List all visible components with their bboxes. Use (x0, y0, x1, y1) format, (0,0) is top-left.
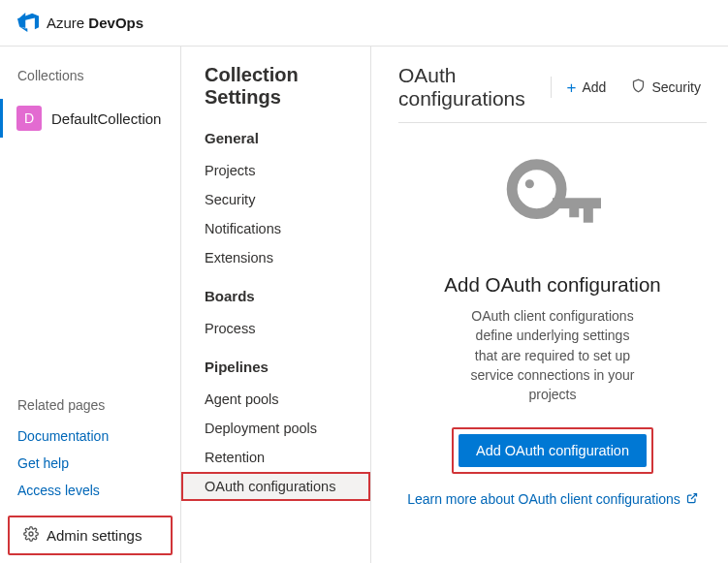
nav-process[interactable]: Process (181, 314, 370, 343)
collections-heading: Collections (0, 68, 180, 83)
nav-retention[interactable]: Retention (181, 443, 370, 472)
nav-notifications[interactable]: Notifications (181, 214, 370, 243)
key-icon (499, 152, 606, 252)
section-pipelines: Pipelines (181, 359, 370, 375)
link-get-help[interactable]: Get help (0, 450, 180, 477)
collection-badge: D (16, 106, 42, 131)
empty-state-title: Add OAuth configuration (398, 273, 707, 297)
plus-icon: + (567, 79, 577, 96)
nav-deployment-pools[interactable]: Deployment pools (181, 414, 370, 443)
azure-devops-logo-icon (17, 11, 39, 35)
admin-settings-button[interactable]: Admin settings (8, 516, 173, 555)
security-label: Security (651, 79, 701, 95)
collection-name: DefaultCollection (51, 110, 161, 127)
nav-oauth-configurations[interactable]: OAuth configurations (181, 472, 370, 501)
empty-state-description: OAuth client configurations define under… (465, 306, 640, 404)
settings-nav: Collection Settings General Projects Sec… (181, 47, 371, 563)
divider (551, 77, 552, 98)
section-general: General (181, 130, 370, 146)
shield-icon (631, 78, 646, 96)
collections-sidebar: Collections D DefaultCollection Related … (0, 47, 181, 563)
brand-b: DevOps (88, 15, 143, 31)
top-header: Azure DevOps (0, 0, 728, 47)
nav-projects[interactable]: Projects (181, 156, 370, 185)
admin-settings-label: Admin settings (47, 527, 142, 544)
svg-point-2 (525, 179, 534, 188)
external-link-icon (686, 491, 698, 507)
nav-security[interactable]: Security (181, 185, 370, 214)
gear-icon (23, 526, 39, 545)
brand-a: Azure (47, 15, 84, 31)
section-boards: Boards (181, 288, 370, 304)
nav-extensions[interactable]: Extensions (181, 243, 370, 272)
link-documentation[interactable]: Documentation (0, 422, 180, 450)
learn-more-text: Learn more about OAuth client configurat… (407, 491, 681, 507)
security-action[interactable]: Security (625, 75, 707, 100)
svg-rect-5 (569, 206, 579, 217)
svg-point-0 (29, 532, 33, 536)
empty-state: Add OAuth configuration OAuth client con… (398, 122, 707, 507)
settings-title: Collection Settings (181, 64, 370, 109)
svg-line-6 (691, 494, 697, 500)
svg-rect-4 (584, 206, 593, 222)
nav-agent-pools[interactable]: Agent pools (181, 385, 370, 414)
content-title: OAuth configurations (398, 64, 541, 110)
add-oauth-configuration-button[interactable]: Add OAuth configuration (459, 434, 647, 467)
learn-more-link[interactable]: Learn more about OAuth client configurat… (407, 491, 698, 507)
cta-highlight-frame: Add OAuth configuration (452, 427, 653, 474)
add-label: Add (583, 79, 607, 95)
content-header: OAuth configurations + Add Security (398, 64, 707, 110)
collection-item-default[interactable]: D DefaultCollection (0, 99, 180, 138)
related-pages-heading: Related pages (0, 397, 180, 413)
add-action[interactable]: + Add (561, 76, 613, 100)
content-area: OAuth configurations + Add Security (371, 47, 728, 563)
brand-text: Azure DevOps (47, 15, 143, 31)
link-access-levels[interactable]: Access levels (0, 477, 180, 504)
